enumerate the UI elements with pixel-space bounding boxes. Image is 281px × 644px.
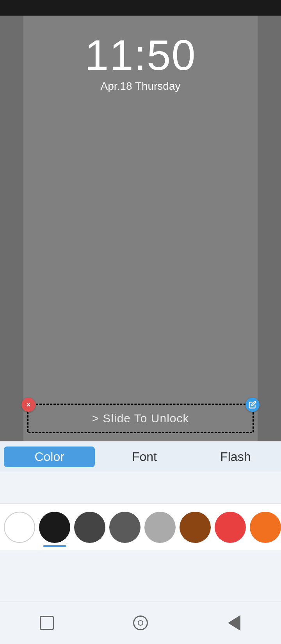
back-button[interactable] [224,613,244,633]
spacer-2 [0,550,281,601]
home-button[interactable] [37,613,57,633]
color-circle-white[interactable] [4,512,35,543]
back-arrow-icon [228,615,240,631]
color-circle-dark-gray[interactable] [74,512,105,543]
clock-area: 11:50 Apr.18 Thursday [0,31,281,93]
color-circle-orange[interactable] [250,512,281,543]
recent-button[interactable] [131,613,150,633]
nav-bar [0,601,281,644]
color-circle-brown[interactable] [180,512,211,543]
color-circle-black[interactable] [39,512,70,543]
color-circle-light-gray[interactable] [144,512,176,543]
tab-flash[interactable]: Flash [190,446,281,468]
status-bar [0,0,281,16]
delete-button[interactable]: × [21,398,36,412]
color-picker [0,503,281,550]
edit-button[interactable] [245,398,260,412]
slide-unlock-box[interactable]: × > Slide To Unlock [27,404,254,433]
recent-circle-inner-icon [138,620,143,626]
tab-color[interactable]: Color [4,447,95,467]
recent-circle-icon [133,616,148,630]
time-display: 11:50 [0,31,281,78]
slide-unlock-container: × > Slide To Unlock [27,404,254,433]
slide-unlock-text: > Slide To Unlock [36,412,245,425]
color-circle-red[interactable] [215,512,246,543]
tab-font[interactable]: Font [99,446,190,468]
spacer-1 [0,472,281,503]
lock-screen: 11:50 Apr.18 Thursday × > Slide To Unloc… [0,16,281,441]
home-square-icon [40,616,54,630]
color-circle-medium-gray[interactable] [109,512,140,543]
date-display: Apr.18 Thursday [0,80,281,93]
tab-bar: Color Font Flash [0,441,281,472]
